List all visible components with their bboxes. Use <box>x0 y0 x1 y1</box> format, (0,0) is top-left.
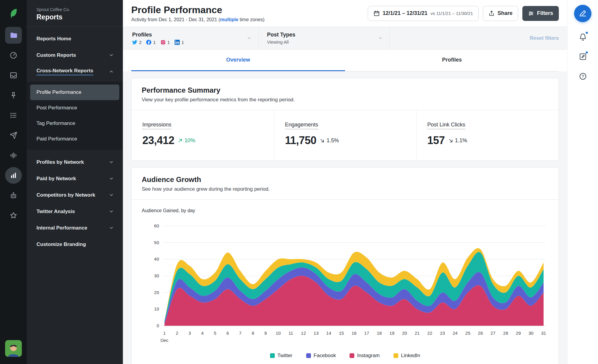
trend-down-icon <box>319 138 325 143</box>
svg-text:21: 21 <box>415 331 420 336</box>
sidebar-item-post-performance[interactable]: Post Performance <box>30 100 119 116</box>
sidebar-item-competitors-by-network[interactable]: Competitors by Network <box>27 187 123 203</box>
sidebar-item-profiles-by-network[interactable]: Profiles by Network <box>27 154 123 170</box>
sidebar-item-internal-performance[interactable]: Internal Performance <box>27 220 123 236</box>
notifications-button[interactable] <box>576 30 590 44</box>
sidebar-item-label: Tag Performance <box>36 120 75 126</box>
app-window: Sprout Coffee Co. Reports Reports Home C… <box>0 0 598 364</box>
tab-overview[interactable]: Overview <box>131 50 345 71</box>
subtitle-suffix: time zones) <box>238 17 264 22</box>
sidebar-item-label: Profiles by Network <box>36 159 84 165</box>
chevron-down-icon <box>109 160 114 165</box>
tab-profiles[interactable]: Profiles <box>345 50 559 71</box>
product-title: Reports <box>36 13 113 21</box>
svg-text:60: 60 <box>154 223 159 228</box>
date-compare-value: vs 11/1/21 – 11/30/21 <box>431 11 473 16</box>
utility-rail: ? <box>567 0 598 364</box>
metric-label[interactable]: Post Link Clicks <box>427 122 465 129</box>
inbox-tray-icon[interactable] <box>5 67 22 84</box>
sidebar-item-label: Twitter Analysis <box>36 209 75 215</box>
svg-text:28: 28 <box>503 331 508 336</box>
main-panel: Profile Performance Activity from Dec 1,… <box>123 0 567 364</box>
reports-sidebar: Sprout Coffee Co. Reports Reports Home C… <box>27 0 123 364</box>
svg-text:31: 31 <box>541 331 546 336</box>
trend-up-icon <box>177 138 183 143</box>
list-icon[interactable] <box>5 107 22 124</box>
sidebar-item-label: Post Performance <box>36 105 77 111</box>
sidebar-item-custom-reports[interactable]: Custom Reports <box>27 47 123 63</box>
twitter-count: 2 <box>132 40 141 45</box>
gauge-icon[interactable] <box>5 47 22 64</box>
svg-text:?: ? <box>582 74 584 79</box>
profiles-filter[interactable]: Profiles 2 1 1 <box>123 27 259 49</box>
svg-text:24: 24 <box>453 331 458 336</box>
metric-post-link-clicks: Post Link Clicks 157 1.1% <box>416 110 559 160</box>
svg-text:22: 22 <box>427 331 432 336</box>
user-avatar[interactable] <box>5 340 22 357</box>
reset-filters-link[interactable]: Reset filters <box>530 35 559 41</box>
sidebar-item-cross-network-reports[interactable]: Cross-Network Reports <box>27 63 123 80</box>
sidebar-item-customize-branding[interactable]: Customize Branding <box>27 236 123 253</box>
linkedin-count: 1 <box>175 40 184 45</box>
share-icon <box>489 10 495 16</box>
date-range-button[interactable]: 12/1/21 – 12/31/21 vs 11/1/21 – 11/30/21 <box>368 6 479 21</box>
question-mark-icon: ? <box>579 72 587 80</box>
star-icon[interactable] <box>5 207 22 224</box>
sidebar-item-twitter-analysis[interactable]: Twitter Analysis <box>27 203 123 220</box>
timezones-link[interactable]: multiple <box>220 17 238 22</box>
pin-icon[interactable] <box>5 87 22 104</box>
svg-text:19: 19 <box>389 331 394 336</box>
filters-button[interactable]: Filters <box>522 6 559 21</box>
sidebar-nav: Reports Home Custom Reports Cross-Networ… <box>27 27 123 253</box>
instagram-count: 1 <box>161 40 170 45</box>
chevron-down-icon <box>247 36 252 41</box>
sidebar-item-reports-home[interactable]: Reports Home <box>27 30 123 47</box>
bot-icon[interactable] <box>5 187 22 204</box>
svg-text:20: 20 <box>154 290 159 295</box>
legend-item-instagram[interactable]: Instagram <box>350 353 380 359</box>
audience-growth-chart: 6050403020100123456789101112131415161718… <box>142 215 549 347</box>
feedback-button[interactable] <box>576 50 590 63</box>
svg-text:30: 30 <box>154 273 159 278</box>
folder-icon[interactable] <box>5 27 22 44</box>
metric-trend: 10% <box>177 137 195 144</box>
legend-item-linkedin[interactable]: LinkedIn <box>393 353 420 359</box>
share-button[interactable]: Share <box>483 6 518 21</box>
post-types-label: Post Types <box>267 32 295 38</box>
page-title: Profile Performance <box>131 4 265 16</box>
feedback-dot <box>585 51 588 54</box>
sidebar-item-label: Customize Branding <box>36 241 86 247</box>
sidebar-item-profile-performance[interactable]: Profile Performance <box>30 85 119 100</box>
legend-swatch <box>270 353 275 358</box>
filters-label: Filters <box>537 10 553 16</box>
chevron-down-icon <box>378 36 383 41</box>
svg-text:9: 9 <box>264 331 267 336</box>
metric-label[interactable]: Engagements <box>285 122 318 129</box>
svg-text:14: 14 <box>326 331 331 336</box>
svg-text:20: 20 <box>402 331 407 336</box>
audience-growth-header: Audience Growth See how your audience gr… <box>132 168 559 200</box>
sprout-leaf-icon[interactable] <box>5 5 22 22</box>
waveform-icon[interactable] <box>5 147 22 164</box>
metric-engagements: Engagements 11,750 1.5% <box>274 110 416 160</box>
help-button[interactable]: ? <box>576 69 590 83</box>
post-types-filter[interactable]: Post Types Viewing All <box>259 27 390 49</box>
paper-plane-icon[interactable] <box>5 127 22 144</box>
bar-chart-icon[interactable] <box>5 167 22 184</box>
legend-item-twitter[interactable]: Twitter <box>270 353 292 359</box>
metric-value: 11,750 <box>285 134 316 147</box>
svg-text:1: 1 <box>163 331 166 336</box>
legend-item-facebook[interactable]: Facebook <box>306 353 336 359</box>
sidebar-item-paid-performance[interactable]: Paid Performance <box>30 131 119 147</box>
chevron-down-icon <box>109 192 114 198</box>
metric-value: 23,412 <box>142 134 174 147</box>
chevron-down-icon <box>109 176 114 181</box>
sidebar-item-tag-performance[interactable]: Tag Performance <box>30 116 119 131</box>
sidebar-item-paid-by-network[interactable]: Paid by Network <box>27 170 123 187</box>
sidebar-item-label: Paid Performance <box>36 136 77 142</box>
profiles-network-counts: 2 1 1 1 <box>132 40 184 45</box>
compose-button[interactable] <box>574 5 591 22</box>
svg-text:18: 18 <box>377 331 382 336</box>
legend-label: LinkedIn <box>401 353 420 359</box>
metric-label[interactable]: Impressions <box>142 122 171 129</box>
